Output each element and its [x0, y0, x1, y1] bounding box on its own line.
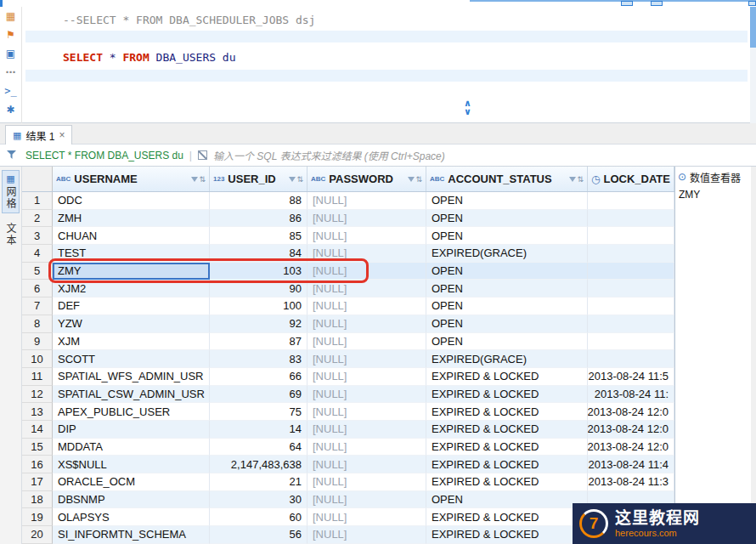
- cell-username[interactable]: ODC: [53, 192, 210, 210]
- chevron-down-icon[interactable]: ∨: [464, 107, 471, 116]
- cell-userid[interactable]: 30: [210, 491, 307, 509]
- cell-lockdate[interactable]: [588, 210, 674, 228]
- cell-status[interactable]: OPEN: [426, 210, 588, 228]
- table-row[interactable]: 1ODC88[NULL]OPEN: [22, 192, 674, 210]
- cell-rownum[interactable]: 18: [22, 491, 53, 509]
- cell-username[interactable]: MDDATA: [53, 439, 210, 456]
- table-row[interactable]: 9XJM87[NULL]OPEN: [22, 333, 674, 351]
- tab-results-1[interactable]: ▦ 结果 1 ×: [5, 125, 72, 144]
- cell-username[interactable]: SPATIAL_CSW_ADMIN_USR: [53, 386, 210, 404]
- view-tab-text[interactable]: 文本: [3, 220, 19, 249]
- filter-sort-icon[interactable]: ⇅: [289, 175, 303, 184]
- splitter-collapse-control[interactable]: ∧ ∨: [464, 99, 471, 116]
- cell-password[interactable]: [NULL]: [307, 473, 426, 491]
- cell-status[interactable]: OPEN: [426, 315, 588, 333]
- cell-lockdate[interactable]: 2013-08-24 11:4: [588, 456, 674, 473]
- filter-input-placeholder[interactable]: 输入一个 SQL 表达式来过滤结果 (使用 Ctrl+Space): [213, 148, 445, 162]
- cell-lockdate[interactable]: [588, 263, 674, 280]
- table-row[interactable]: 4TEST84[NULL]EXPIRED(GRACE): [22, 245, 674, 263]
- cell-password[interactable]: [NULL]: [307, 210, 426, 228]
- cell-userid[interactable]: 60: [210, 508, 307, 526]
- editor-scrollbar[interactable]: [750, 7, 756, 123]
- cell-rownum[interactable]: 5: [22, 263, 53, 280]
- cell-userid[interactable]: 90: [210, 280, 307, 298]
- cell-userid[interactable]: 64: [210, 439, 307, 456]
- cell-lockdate[interactable]: 2013-08-24 12:0: [588, 421, 674, 439]
- cell-status[interactable]: EXPIRED & LOCKED: [426, 473, 588, 491]
- cell-rownum[interactable]: 6: [22, 280, 53, 298]
- cell-lockdate[interactable]: [588, 192, 674, 210]
- cell-userid[interactable]: 103: [210, 263, 307, 280]
- table-row[interactable]: 3CHUAN85[NULL]OPEN: [22, 227, 674, 245]
- cell-status[interactable]: OPEN: [426, 333, 588, 351]
- cell-username[interactable]: YZW: [53, 315, 210, 333]
- cell-rownum[interactable]: 16: [22, 456, 53, 473]
- cell-password[interactable]: [NULL]: [307, 421, 426, 439]
- column-header-username[interactable]: ABC USERNAME ⇅: [53, 167, 210, 191]
- cell-userid[interactable]: 83: [210, 350, 307, 368]
- cell-lockdate[interactable]: 2013-08-24 11:5: [588, 368, 674, 386]
- expand-filter-icon[interactable]: [198, 150, 207, 160]
- editor-settings-icon[interactable]: ✱: [3, 103, 19, 117]
- table-row[interactable]: 13APEX_PUBLIC_USER75[NULL]EXPIRED & LOCK…: [22, 403, 674, 421]
- cell-password[interactable]: [NULL]: [307, 439, 426, 456]
- cell-userid[interactable]: 69: [210, 386, 307, 404]
- cell-status[interactable]: OPEN: [426, 192, 588, 210]
- value-viewer-content[interactable]: ZMY: [675, 187, 756, 202]
- cell-lockdate[interactable]: [588, 315, 674, 333]
- cell-rownum[interactable]: 3: [22, 227, 53, 245]
- cell-username[interactable]: TEST: [53, 245, 210, 263]
- table-row[interactable]: 15MDDATA64[NULL]EXPIRED & LOCKED2013-08-…: [22, 439, 674, 456]
- cell-rownum[interactable]: 14: [22, 421, 53, 439]
- cell-password[interactable]: [NULL]: [307, 491, 426, 509]
- table-row[interactable]: 10SCOTT83[NULL]EXPIRED(GRACE): [22, 350, 674, 368]
- cell-status[interactable]: EXPIRED & LOCKED: [426, 508, 588, 526]
- cell-status[interactable]: OPEN: [426, 491, 588, 509]
- cell-username[interactable]: XS$NULL: [53, 456, 210, 473]
- table-row[interactable]: 5ZMY103[NULL]OPEN: [22, 263, 674, 280]
- cell-rownum[interactable]: 7: [22, 298, 53, 315]
- cell-rownum[interactable]: 17: [22, 473, 53, 491]
- cell-lockdate[interactable]: 2013-08-24 12:0: [588, 403, 674, 421]
- open-console-icon[interactable]: >_: [3, 84, 19, 99]
- cell-username[interactable]: ZMY: [53, 263, 210, 280]
- table-row[interactable]: 8YZW92[NULL]OPEN: [22, 315, 674, 333]
- cell-status[interactable]: OPEN: [426, 263, 588, 280]
- more-actions-icon[interactable]: ⋯: [3, 65, 19, 80]
- cell-status[interactable]: EXPIRED & LOCKED: [426, 403, 588, 421]
- cell-lockdate[interactable]: [588, 280, 674, 298]
- cell-userid[interactable]: 2,147,483,638: [210, 456, 307, 473]
- cell-userid[interactable]: 100: [210, 298, 307, 315]
- cell-username[interactable]: DBSNMP: [53, 491, 210, 509]
- result-filter-bar[interactable]: SELECT * FROM DBA_USERS du | 输入一个 SQL 表达…: [0, 144, 756, 167]
- cell-userid[interactable]: 85: [210, 227, 307, 245]
- cell-userid[interactable]: 84: [210, 245, 307, 263]
- column-header-lock-date[interactable]: ◷ LOCK_DATE: [588, 167, 674, 191]
- cell-rownum[interactable]: 10: [22, 350, 53, 368]
- cell-password[interactable]: [NULL]: [307, 508, 426, 526]
- cell-status[interactable]: EXPIRED & LOCKED: [426, 456, 588, 473]
- custom-filter-icon[interactable]: [6, 150, 20, 161]
- cell-status[interactable]: OPEN: [426, 298, 588, 315]
- sql-editor[interactable]: ▦ ⚑ ▣ ⋯ >_ ✱ --SELECT * FROM DBA_SCHEDUL…: [0, 7, 756, 123]
- table-row[interactable]: 2ZMH86[NULL]OPEN: [22, 210, 674, 228]
- cell-username[interactable]: SI_INFORMTN_SCHEMA: [53, 526, 210, 544]
- close-icon[interactable]: ×: [59, 129, 65, 141]
- cell-rownum[interactable]: 15: [22, 439, 53, 456]
- cell-password[interactable]: [NULL]: [307, 298, 426, 315]
- cell-username[interactable]: DEF: [53, 298, 210, 315]
- cell-lockdate[interactable]: [588, 245, 674, 263]
- cell-password[interactable]: [NULL]: [307, 263, 426, 280]
- cell-rownum[interactable]: 4: [22, 245, 53, 263]
- cell-userid[interactable]: 75: [210, 403, 307, 421]
- cell-rownum[interactable]: 19: [22, 508, 53, 526]
- cell-password[interactable]: [NULL]: [307, 350, 426, 368]
- cell-username[interactable]: OLAPSYS: [53, 508, 210, 526]
- cell-status[interactable]: EXPIRED & LOCKED: [426, 368, 588, 386]
- cell-userid[interactable]: 56: [210, 526, 307, 544]
- cell-status[interactable]: EXPIRED & LOCKED: [426, 421, 588, 439]
- cell-lockdate[interactable]: [588, 298, 674, 315]
- cell-password[interactable]: [NULL]: [307, 333, 426, 351]
- cell-username[interactable]: SPATIAL_WFS_ADMIN_USR: [53, 368, 210, 386]
- cell-lockdate[interactable]: [588, 227, 674, 245]
